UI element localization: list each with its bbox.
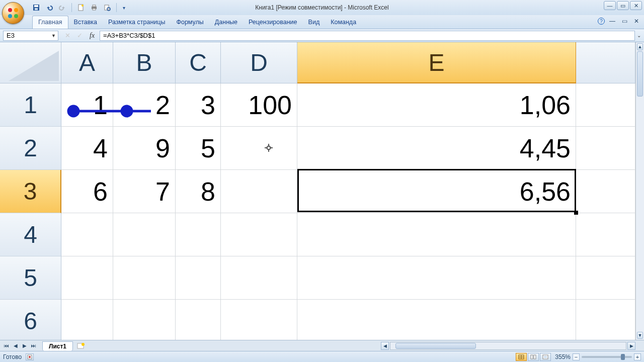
insert-function-button[interactable]: fx: [87, 32, 98, 40]
new-file-icon[interactable]: [76, 3, 86, 13]
zoom-in-button[interactable]: +: [634, 353, 641, 360]
cell-blank[interactable]: [576, 83, 635, 127]
sheet-tab-1[interactable]: Лист1: [42, 341, 73, 351]
chevron-down-icon[interactable]: ▼: [51, 33, 56, 38]
qat-customize-icon[interactable]: ▾: [121, 5, 127, 11]
tab-review[interactable]: Рецензирование: [243, 16, 303, 29]
cell-blank[interactable]: [576, 127, 635, 170]
cell-C4[interactable]: [176, 213, 221, 256]
view-page-break-icon[interactable]: [540, 353, 551, 361]
help-icon[interactable]: ?: [598, 18, 605, 25]
cell-A6[interactable]: [61, 300, 113, 340]
cell-B4[interactable]: [113, 213, 176, 256]
cell-B3[interactable]: 7: [113, 170, 176, 213]
enter-formula-icon[interactable]: ✓: [74, 31, 85, 41]
cell-C6[interactable]: [176, 300, 221, 340]
column-header-A[interactable]: A: [61, 42, 113, 83]
cell-E1[interactable]: 1,06: [297, 83, 576, 127]
tab-team[interactable]: Команда: [325, 16, 362, 29]
vertical-scroll-thumb[interactable]: [637, 51, 643, 97]
cell-D2[interactable]: [221, 127, 297, 170]
zoom-level[interactable]: 355%: [555, 353, 571, 360]
horizontal-scroll-thumb[interactable]: [395, 343, 476, 349]
print-preview-icon[interactable]: [102, 3, 112, 13]
cell-A2[interactable]: 4: [61, 127, 113, 170]
cell-A4[interactable]: [61, 213, 113, 256]
zoom-out-button[interactable]: −: [573, 353, 580, 360]
view-normal-icon[interactable]: [516, 353, 527, 361]
column-header-D[interactable]: D: [221, 42, 297, 83]
redo-icon[interactable]: [57, 3, 67, 13]
row-header-4[interactable]: 4: [0, 213, 61, 256]
cancel-formula-icon[interactable]: ✕: [62, 31, 72, 41]
cell-C5[interactable]: [176, 256, 221, 300]
column-header-B[interactable]: B: [113, 42, 176, 83]
vertical-scrollbar[interactable]: ▲ ▼: [635, 42, 644, 340]
maximize-button[interactable]: ▭: [617, 1, 629, 10]
view-page-layout-icon[interactable]: [528, 353, 539, 361]
tab-page-layout[interactable]: Разметка страницы: [103, 16, 171, 29]
office-button[interactable]: [2, 2, 29, 29]
row-header-3[interactable]: 3: [0, 170, 61, 213]
cell-C1[interactable]: 3: [176, 83, 221, 127]
scroll-left-arrow-icon[interactable]: ◀: [381, 342, 389, 350]
row-header-1[interactable]: 1: [0, 83, 61, 127]
undo-icon[interactable]: [44, 3, 54, 13]
scroll-down-arrow-icon[interactable]: ▼: [637, 332, 643, 339]
cell-A5[interactable]: [61, 256, 113, 300]
cell-D4[interactable]: [221, 213, 297, 256]
cell-blank[interactable]: [576, 170, 635, 213]
cell-E4[interactable]: [297, 213, 576, 256]
cell-blank[interactable]: [576, 300, 635, 340]
scroll-right-arrow-icon[interactable]: ▶: [627, 342, 635, 350]
row-header-6[interactable]: 6: [0, 300, 61, 340]
cell-B6[interactable]: [113, 300, 176, 340]
save-icon[interactable]: [31, 3, 41, 13]
tab-formulas[interactable]: Формулы: [171, 16, 209, 29]
tab-home[interactable]: Главная: [32, 16, 68, 29]
cell-D6[interactable]: [221, 300, 297, 340]
quick-print-icon[interactable]: [89, 3, 99, 13]
minimize-button[interactable]: —: [604, 1, 616, 10]
cell-grid[interactable]: A B C D E 1 1 2 3 100 1,06 2 4 9: [0, 42, 635, 340]
cell-D5[interactable]: [221, 256, 297, 300]
column-header-E[interactable]: E: [297, 42, 576, 83]
cell-B1[interactable]: 2: [113, 83, 176, 127]
cell-A3[interactable]: 6: [61, 170, 113, 213]
macro-record-icon[interactable]: [26, 353, 34, 360]
formula-input[interactable]: =A3+B3*C3/$D$1: [100, 31, 635, 41]
cell-blank[interactable]: [576, 256, 635, 300]
workbook-minimize-button[interactable]: —: [608, 17, 617, 25]
tab-view[interactable]: Вид: [303, 16, 326, 29]
cell-E5[interactable]: [297, 256, 576, 300]
last-sheet-icon[interactable]: ⏭: [29, 341, 38, 350]
column-header-blank[interactable]: [576, 42, 635, 83]
expand-formula-bar-icon[interactable]: ⌄: [635, 31, 643, 41]
zoom-slider[interactable]: [582, 356, 632, 358]
cell-C3[interactable]: 8: [176, 170, 221, 213]
select-all-corner[interactable]: [0, 42, 61, 83]
close-button[interactable]: ✕: [630, 1, 642, 10]
cell-D1[interactable]: 100: [221, 83, 297, 127]
workbook-close-button[interactable]: ✕: [632, 17, 641, 25]
cell-C2[interactable]: 5: [176, 127, 221, 170]
row-header-5[interactable]: 5: [0, 256, 61, 300]
column-header-C[interactable]: C: [176, 42, 221, 83]
cell-D3[interactable]: [221, 170, 297, 213]
cell-blank[interactable]: [576, 213, 635, 256]
next-sheet-icon[interactable]: ▶: [20, 341, 29, 350]
scroll-up-arrow-icon[interactable]: ▲: [637, 43, 643, 50]
tab-data[interactable]: Данные: [209, 16, 243, 29]
new-sheet-icon[interactable]: [76, 342, 86, 350]
cell-B2[interactable]: 9: [113, 127, 176, 170]
tab-insert[interactable]: Вставка: [68, 16, 103, 29]
horizontal-scrollbar[interactable]: ◀ ▶: [381, 340, 644, 351]
cell-B5[interactable]: [113, 256, 176, 300]
prev-sheet-icon[interactable]: ◀: [11, 341, 20, 350]
cell-E2[interactable]: 4,45: [297, 127, 576, 170]
zoom-slider-thumb[interactable]: [621, 354, 625, 360]
cell-A1[interactable]: 1: [61, 83, 113, 127]
cell-E6[interactable]: [297, 300, 576, 340]
first-sheet-icon[interactable]: ⏮: [2, 341, 11, 350]
row-header-2[interactable]: 2: [0, 127, 61, 170]
